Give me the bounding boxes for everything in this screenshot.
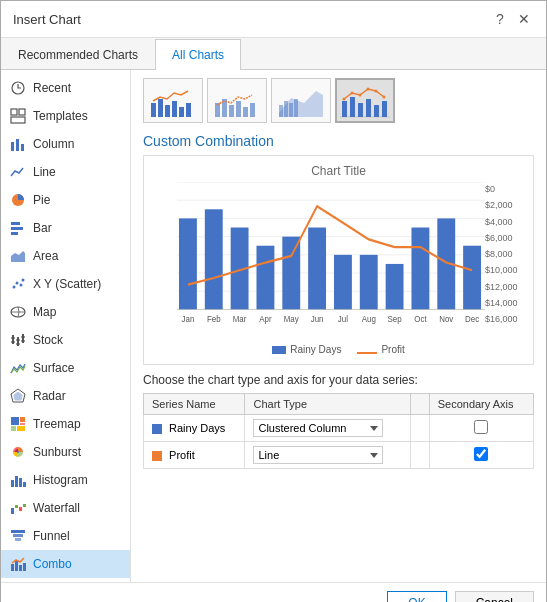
sidebar-item-pie[interactable]: Pie [1,186,130,214]
combo-icon [9,555,27,573]
svg-point-79 [383,95,386,98]
sidebar-label-surface: Surface [33,361,74,375]
profit-series-label: Profit [169,449,195,461]
svg-rect-43 [11,530,25,533]
svg-rect-44 [13,534,23,537]
svg-rect-72 [374,105,379,117]
rainy-label: Rainy Days [290,344,341,355]
thumb-2[interactable] [207,78,267,123]
sidebar-label-map: Map [33,305,56,319]
table-row: Profit Clustered Column Stacked Column L… [144,442,534,469]
sidebar-item-radar[interactable]: Radar [1,382,130,410]
thumb-4[interactable] [335,78,395,123]
sidebar-label-area: Area [33,249,58,263]
thumb-1[interactable] [143,78,203,123]
rainy-secondary-axis-cell [429,415,533,442]
series-table: Series Name Chart Type Secondary Axis Ra… [143,393,534,469]
sidebar-label-xy: X Y (Scatter) [33,277,101,291]
cancel-button[interactable]: Cancel [455,591,534,602]
rainy-color [272,346,286,354]
svg-rect-41 [19,507,22,511]
treemap-icon [9,415,27,433]
svg-rect-1 [11,109,17,115]
sidebar-item-bar[interactable]: Bar [1,214,130,242]
sidebar-item-column[interactable]: Column [1,130,130,158]
svg-rect-47 [15,561,18,571]
y-axis-right: $16,000$14,000$12,000$10,000$8,000$6,000… [485,182,525,342]
profit-chart-type-select[interactable]: Clustered Column Stacked Column Line Lin… [253,446,383,464]
svg-rect-39 [11,508,14,514]
svg-marker-11 [11,251,25,262]
rainy-secondary-checkbox[interactable] [474,420,488,434]
svg-text:Dec: Dec [465,314,479,325]
right-axis-label: $16,000 [485,314,518,324]
rainy-spacer [410,415,429,442]
right-axis-label: $0 [485,184,495,194]
chart-thumbnails [143,78,534,123]
svg-rect-45 [15,538,21,541]
svg-rect-35 [11,480,14,487]
tab-recommended[interactable]: Recommended Charts [1,39,155,70]
svg-rect-93 [308,228,326,310]
close-button[interactable]: ✕ [514,9,534,29]
sidebar-item-map[interactable]: Map [1,298,130,326]
sidebar-label-combo: Combo [33,557,72,571]
svg-rect-60 [243,107,248,117]
map-icon [9,303,27,321]
sidebar-item-line[interactable]: Line [1,158,130,186]
svg-rect-59 [236,101,241,117]
legend-rainy: Rainy Days [272,344,341,355]
col-series-name: Series Name [144,394,245,415]
sidebar-item-combo[interactable]: Combo [1,550,130,578]
svg-rect-69 [350,97,355,117]
sidebar-item-waterfall[interactable]: Waterfall [1,494,130,522]
svg-point-13 [16,282,19,285]
right-axis-label: $14,000 [485,298,518,308]
rainy-chart-type-select[interactable]: Clustered Column Stacked Column Line Lin… [253,419,383,437]
sidebar-item-surface[interactable]: Surface [1,354,130,382]
sidebar-label-treemap: Treemap [33,417,81,431]
svg-text:Feb: Feb [207,314,221,325]
bar-icon [9,219,27,237]
tab-all-charts[interactable]: All Charts [155,39,241,70]
help-button[interactable]: ? [490,9,510,29]
rainy-series-label: Rainy Days [169,422,225,434]
sidebar-item-stock[interactable]: Stock [1,326,130,354]
chart-container: Jan Feb Mar Apr May Jun Jul Aug Sep Oct … [152,182,525,342]
sidebar-item-recent[interactable]: Recent [1,74,130,102]
sidebar-item-funnel[interactable]: Funnel [1,522,130,550]
choose-label: Choose the chart type and axis for your … [143,373,534,387]
sidebar-label-histogram: Histogram [33,473,88,487]
sidebar-item-histogram[interactable]: Histogram [1,466,130,494]
chart-inner: Jan Feb Mar Apr May Jun Jul Aug Sep Oct … [177,182,485,342]
svg-rect-49 [23,563,26,571]
svg-rect-73 [382,101,387,117]
svg-text:Mar: Mar [233,314,247,325]
svg-text:Aug: Aug [362,314,376,325]
svg-rect-48 [19,565,22,571]
sidebar-item-xy[interactable]: X Y (Scatter) [1,270,130,298]
thumb-3[interactable] [271,78,331,123]
sidebar-label-bar: Bar [33,221,52,235]
svg-rect-95 [360,255,378,310]
sidebar-item-area[interactable]: Area [1,242,130,270]
sidebar-label-stock: Stock [33,333,63,347]
svg-rect-61 [250,103,255,117]
svg-rect-88 [179,218,197,309]
svg-rect-37 [19,478,22,487]
profit-secondary-checkbox[interactable] [474,447,488,461]
svg-rect-52 [165,105,170,117]
right-axis-label: $8,000 [485,249,513,259]
sidebar-item-treemap[interactable]: Treemap [1,410,130,438]
sidebar-item-templates[interactable]: Templates [1,102,130,130]
svg-rect-70 [358,103,363,117]
sidebar-item-sunburst[interactable]: Sunburst [1,438,130,466]
title-bar: Insert Chart ? ✕ [1,1,546,38]
radar-icon [9,387,27,405]
rainy-color-block [152,424,162,434]
y-axis-left [152,182,177,342]
svg-rect-54 [179,107,184,117]
ok-button[interactable]: OK [387,591,446,602]
templates-icon [9,107,27,125]
col-chart-type: Chart Type [245,394,410,415]
